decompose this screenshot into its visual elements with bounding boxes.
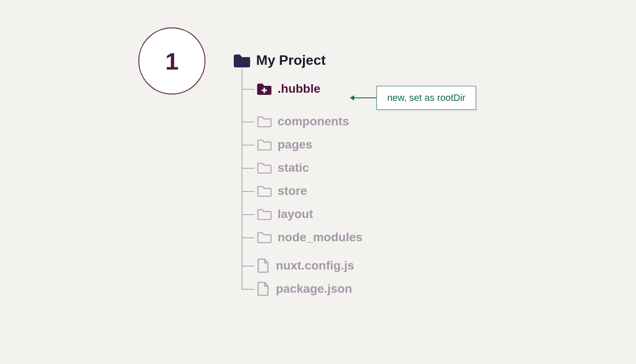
folder-label: .hubble: [278, 82, 321, 96]
diagram-canvas: 1 My Project .hubble: [0, 0, 636, 364]
folder-components: components: [242, 113, 363, 130]
tree-root-label: My Project: [256, 52, 326, 68]
folder-store: store: [242, 182, 363, 200]
folder-layout: layout: [242, 206, 363, 223]
file-icon: [257, 258, 270, 273]
annotation-box: new, set as rootDir: [376, 86, 476, 110]
spacer: [242, 246, 363, 257]
file-label: package.json: [276, 282, 352, 296]
folder-icon: [257, 139, 272, 151]
file-nuxt-config: nuxt.config.js: [242, 257, 363, 274]
step-number-badge: 1: [138, 27, 205, 94]
folder-icon: [257, 231, 272, 243]
file-package-json: package.json: [242, 280, 363, 297]
folder-label: components: [278, 115, 349, 128]
folder-node-modules: node_modules: [242, 229, 363, 246]
tree-children: .hubble components pages static: [242, 68, 363, 297]
annotation-text: new, set as rootDir: [387, 92, 465, 103]
folder-icon: [257, 115, 272, 127]
folder-pages: pages: [242, 136, 363, 153]
folder-icon: [257, 162, 272, 174]
step-number-text: 1: [165, 47, 178, 75]
file-icon: [257, 282, 270, 296]
svg-rect-1: [262, 90, 267, 91]
annotation-rootdir: new, set as rootDir: [351, 86, 476, 110]
folder-icon: [257, 208, 272, 220]
folder-label: node_modules: [278, 231, 363, 244]
folder-label: pages: [278, 138, 312, 152]
arrow-left-icon: [351, 97, 376, 98]
folder-label: store: [278, 184, 307, 198]
folder-static: static: [242, 159, 363, 176]
folder-label: static: [278, 161, 309, 175]
folder-hubble: .hubble: [242, 80, 363, 97]
folder-dark-icon: [234, 54, 250, 67]
file-tree: My Project .hubble component: [234, 52, 363, 297]
folder-plus-icon: [257, 83, 272, 95]
folder-icon: [257, 185, 272, 197]
file-label: nuxt.config.js: [276, 259, 354, 273]
tree-root-node: My Project: [234, 52, 363, 68]
folder-label: layout: [278, 207, 313, 221]
